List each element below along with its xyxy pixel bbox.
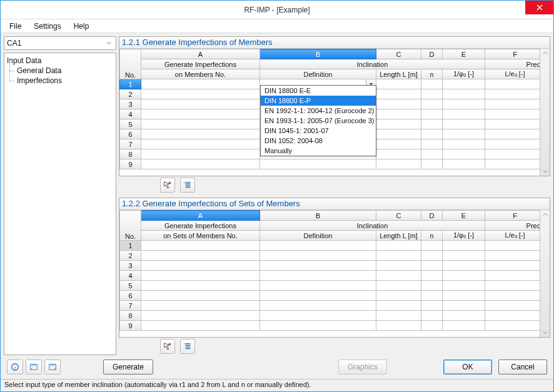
units-button[interactable] xyxy=(26,359,42,374)
cell[interactable] xyxy=(485,129,545,139)
ok-button[interactable]: OK xyxy=(443,359,492,374)
cell[interactable] xyxy=(421,119,443,129)
cell[interactable] xyxy=(421,301,443,311)
close-button[interactable] xyxy=(525,1,553,14)
col-e-header[interactable]: 1/φ₀ [-] xyxy=(443,69,485,79)
cell[interactable] xyxy=(141,311,260,321)
cell[interactable] xyxy=(443,321,485,331)
cell[interactable] xyxy=(421,321,443,331)
col-no-header[interactable]: No. xyxy=(120,211,141,241)
cell[interactable] xyxy=(421,311,443,321)
cell[interactable] xyxy=(141,79,260,89)
cell[interactable] xyxy=(485,89,545,99)
row-header[interactable]: 2 xyxy=(120,251,141,261)
dropdown-option[interactable]: DIN 1052: 2004-08 xyxy=(261,136,376,146)
col-c-header[interactable]: Length L [m] xyxy=(376,231,421,241)
cell[interactable] xyxy=(443,301,485,311)
col-a-header[interactable]: on Sets of Members No. xyxy=(141,231,260,241)
row-header[interactable]: 2 xyxy=(120,89,141,99)
cell[interactable] xyxy=(141,139,260,149)
cell[interactable] xyxy=(421,109,443,119)
cell[interactable] xyxy=(376,149,421,159)
table-row[interactable]: 1 xyxy=(120,241,550,251)
cell[interactable] xyxy=(141,129,260,139)
row-header[interactable]: 4 xyxy=(120,271,141,281)
col-e-letter[interactable]: E xyxy=(443,49,485,59)
cell[interactable] xyxy=(421,139,443,149)
cell[interactable] xyxy=(443,251,485,261)
cell[interactable] xyxy=(443,119,485,129)
cell[interactable] xyxy=(421,149,443,159)
table-row[interactable]: 6 xyxy=(120,291,550,301)
table-row[interactable]: 2 xyxy=(120,251,550,261)
cell[interactable] xyxy=(376,311,421,321)
cell[interactable] xyxy=(141,321,260,331)
cell[interactable] xyxy=(421,261,443,271)
cell[interactable] xyxy=(376,301,421,311)
row-header[interactable]: 5 xyxy=(120,281,141,291)
cell[interactable] xyxy=(260,261,376,271)
col-f-header[interactable]: L/e₀ [-] xyxy=(485,231,545,241)
row-header[interactable]: 7 xyxy=(120,301,141,311)
row-header[interactable]: 4 xyxy=(120,109,141,119)
case-combo[interactable]: CA1 xyxy=(4,36,116,50)
help-button[interactable]: i xyxy=(7,359,23,374)
cell[interactable] xyxy=(443,99,485,109)
cell[interactable] xyxy=(260,301,376,311)
col-d-header[interactable]: n xyxy=(421,69,443,79)
cell[interactable] xyxy=(260,291,376,301)
list-button[interactable] xyxy=(180,339,195,354)
cell[interactable] xyxy=(141,261,260,271)
cell[interactable] xyxy=(485,271,545,281)
cell[interactable] xyxy=(443,291,485,301)
col-a-letter[interactable]: A xyxy=(141,49,260,59)
cell[interactable] xyxy=(443,109,485,119)
generate-button[interactable]: Generate xyxy=(103,359,153,374)
table-row[interactable]: 3 xyxy=(120,261,550,271)
dropdown-option[interactable]: DIN 1045-1: 2001-07 xyxy=(261,126,376,136)
cell[interactable] xyxy=(443,139,485,149)
col-d-letter[interactable]: D xyxy=(421,49,443,59)
tree-item-general-data[interactable]: General Data xyxy=(7,66,113,76)
col-e-header[interactable]: 1/φ₀ [-] xyxy=(443,231,485,241)
cell[interactable] xyxy=(443,281,485,291)
row-header[interactable]: 6 xyxy=(120,291,141,301)
pick-button[interactable] xyxy=(160,178,175,193)
active-cell[interactable] xyxy=(141,241,260,251)
col-e-letter[interactable]: E xyxy=(443,211,485,221)
cell[interactable] xyxy=(141,149,260,159)
cell[interactable] xyxy=(141,109,260,119)
cell[interactable] xyxy=(376,109,421,119)
grid-sets[interactable]: No. A B C D E F G Generate Imperfections xyxy=(119,210,550,331)
menu-help[interactable]: Help xyxy=(69,21,94,32)
cell[interactable] xyxy=(443,261,485,271)
cell[interactable] xyxy=(376,89,421,99)
cell[interactable] xyxy=(260,241,376,251)
cell[interactable] xyxy=(421,281,443,291)
cell[interactable] xyxy=(443,241,485,251)
col-a-letter[interactable]: A xyxy=(141,211,260,221)
cell[interactable] xyxy=(421,79,443,89)
cell[interactable] xyxy=(485,241,545,251)
cell[interactable] xyxy=(376,139,421,149)
cell[interactable] xyxy=(141,159,260,169)
cell[interactable] xyxy=(443,79,485,89)
cell[interactable] xyxy=(485,159,545,169)
row-header[interactable]: 5 xyxy=(120,119,141,129)
cell[interactable] xyxy=(260,321,376,331)
cell[interactable] xyxy=(376,281,421,291)
cell[interactable] xyxy=(421,89,443,99)
col-b-header[interactable]: Definition xyxy=(260,69,376,79)
menu-settings[interactable]: Settings xyxy=(29,21,66,32)
row-header[interactable]: 1 xyxy=(120,79,141,89)
cell[interactable] xyxy=(141,99,260,109)
list-button[interactable] xyxy=(180,178,195,193)
col-c-header[interactable]: Length L [m] xyxy=(376,69,421,79)
col-b-header[interactable]: Definition xyxy=(260,231,376,241)
cell[interactable] xyxy=(421,251,443,261)
col-f-header[interactable]: L/e₀ [-] xyxy=(485,69,545,79)
cell[interactable] xyxy=(141,281,260,291)
row-header[interactable]: 3 xyxy=(120,99,141,109)
cell[interactable] xyxy=(443,311,485,321)
cell[interactable] xyxy=(485,119,545,129)
